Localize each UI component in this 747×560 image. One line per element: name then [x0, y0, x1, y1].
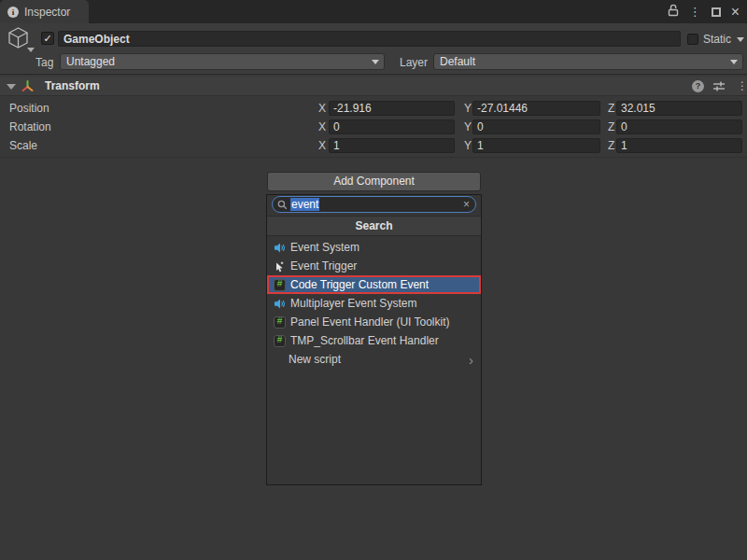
- component-item-code-trigger-custom-event[interactable]: # Code Trigger Custom Event: [267, 275, 481, 294]
- axis-z-label: Z: [608, 137, 614, 154]
- scale-y-field[interactable]: [472, 138, 600, 153]
- scale-label: Scale: [9, 137, 37, 154]
- static-dropdown-arrow[interactable]: [737, 37, 744, 42]
- help-icon[interactable]: ?: [692, 80, 704, 92]
- info-icon: i: [7, 7, 19, 18]
- static-label: Static: [703, 33, 731, 46]
- add-component-button[interactable]: Add Component: [267, 172, 481, 191]
- axis-x-label: X: [318, 100, 326, 117]
- csharp-script-icon: #: [274, 279, 286, 291]
- transform-body: Position X Y Z Rotation X Y Z Scale X Y …: [0, 96, 747, 158]
- tag-dropdown[interactable]: Untagged: [60, 53, 385, 70]
- tag-label: Tag: [35, 56, 53, 69]
- component-item-label: Event System: [290, 241, 359, 254]
- component-item-new-script[interactable]: New script ›: [267, 350, 481, 369]
- component-item-label: Panel Event Handler (UI Toolkit): [290, 315, 450, 329]
- axis-y-label: Y: [464, 119, 472, 135]
- search-query-text: event: [290, 198, 319, 211]
- tab-label: Inspector: [24, 6, 70, 19]
- layer-dropdown[interactable]: Default: [433, 53, 743, 70]
- chevron-down-icon: [372, 60, 379, 64]
- tab-inspector[interactable]: i Inspector: [0, 0, 89, 23]
- transform-title: Transform: [45, 77, 100, 96]
- scale-z-field[interactable]: [616, 138, 742, 153]
- component-item-label: Multiplayer Event System: [290, 297, 416, 310]
- axis-z-label: Z: [608, 100, 614, 117]
- layer-value: Default: [440, 55, 475, 68]
- gameobject-icon-dropdown-arrow[interactable]: [27, 48, 35, 52]
- add-component-popup: event × Search Event System Event Trigge…: [266, 194, 482, 485]
- csharp-script-icon: #: [274, 316, 286, 329]
- title-bar: i Inspector ⋮ ×: [0, 0, 747, 23]
- clear-search-icon[interactable]: ×: [463, 199, 470, 210]
- gameobject-header: ✓ Static Tag Untagged Layer Default: [0, 23, 747, 75]
- tag-value: Untagged: [66, 55, 115, 68]
- event-trigger-icon: [274, 260, 286, 273]
- component-item-panel-event-handler[interactable]: # Panel Event Handler (UI Toolkit): [267, 313, 481, 331]
- rotation-row: Rotation X Y Z: [0, 119, 747, 135]
- component-menu-icon[interactable]: ⋮: [737, 80, 747, 92]
- position-x-field[interactable]: [329, 101, 455, 116]
- maximize-icon[interactable]: [712, 7, 721, 17]
- transform-header[interactable]: Transform ? ⋮: [0, 77, 747, 96]
- transform-icon: [21, 79, 35, 96]
- gameobject-enabled-checkbox[interactable]: ✓: [41, 32, 54, 45]
- axis-x-label: X: [318, 137, 326, 154]
- gameobject-name-field[interactable]: [58, 31, 681, 47]
- search-icon: [277, 200, 288, 210]
- component-item-multiplayer-event-system[interactable]: Multiplayer Event System: [267, 294, 481, 313]
- axis-y-label: Y: [464, 100, 472, 117]
- axis-x-label: X: [318, 119, 326, 135]
- foldout-arrow-icon[interactable]: [7, 84, 16, 90]
- position-row: Position X Y Z: [0, 100, 747, 117]
- presets-icon[interactable]: [712, 80, 726, 95]
- close-icon[interactable]: ×: [731, 6, 740, 19]
- chevron-right-icon: ›: [469, 353, 473, 367]
- component-search-input[interactable]: event ×: [272, 196, 476, 213]
- component-item-event-system[interactable]: Event System: [267, 238, 481, 257]
- component-item-label: Event Trigger: [290, 259, 357, 273]
- event-system-icon: [274, 298, 286, 310]
- layer-label: Layer: [400, 56, 428, 69]
- rotation-z-field[interactable]: [616, 119, 742, 134]
- rotation-label: Rotation: [9, 119, 51, 135]
- component-item-label: Code Trigger Custom Event: [290, 278, 429, 291]
- rotation-y-field[interactable]: [472, 119, 600, 134]
- window-menu-icon[interactable]: ⋮: [689, 6, 701, 18]
- unity-inspector-window: i Inspector ⋮ × ✓ Static: [0, 0, 747, 560]
- rotation-x-field[interactable]: [329, 119, 455, 134]
- position-label: Position: [9, 100, 49, 117]
- event-system-icon: [274, 242, 286, 254]
- search-results-header: Search: [267, 216, 481, 236]
- chevron-down-icon: [730, 60, 738, 64]
- scale-row: Scale X Y Z: [0, 137, 747, 154]
- axis-z-label: Z: [608, 119, 614, 135]
- axis-y-label: Y: [464, 137, 472, 154]
- csharp-script-icon: #: [274, 335, 286, 347]
- scale-x-field[interactable]: [329, 138, 455, 153]
- component-item-event-trigger[interactable]: Event Trigger: [267, 257, 481, 275]
- position-z-field[interactable]: [616, 101, 742, 116]
- position-y-field[interactable]: [472, 101, 600, 116]
- component-item-label: New script: [289, 353, 341, 366]
- component-item-label: TMP_Scrollbar Event Handler: [290, 334, 439, 347]
- unlock-icon[interactable]: [668, 4, 679, 20]
- component-item-tmp-scrollbar-event-handler[interactable]: # TMP_Scrollbar Event Handler: [267, 331, 481, 350]
- static-checkbox[interactable]: [687, 34, 698, 45]
